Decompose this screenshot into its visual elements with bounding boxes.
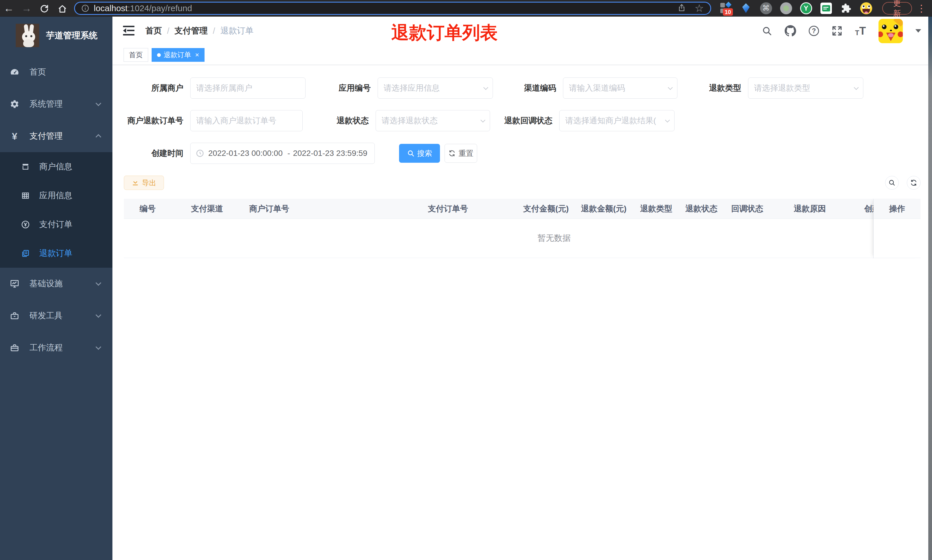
- avatar[interactable]: [878, 19, 903, 43]
- navbar: 首页 / 支付管理 / 退款订单 退款订单列表 ?: [112, 17, 932, 45]
- tab-close-icon[interactable]: ×: [195, 51, 199, 58]
- window-scrollbar[interactable]: [928, 17, 932, 560]
- main-area: 首页 / 支付管理 / 退款订单 退款订单列表 ?: [112, 17, 932, 560]
- extension-command-icon[interactable]: ⌘: [760, 2, 772, 15]
- tab-refund-order[interactable]: 退款订单 ×: [152, 48, 205, 62]
- clock-icon: [196, 149, 204, 158]
- date-end-value[interactable]: 2022-01-23 23:59:59: [293, 149, 369, 158]
- callback-status-select[interactable]: 请选择通知商户退款结果(: [559, 110, 675, 131]
- refund-status-select[interactable]: 请选择退款状态: [375, 110, 490, 131]
- github-icon[interactable]: [785, 25, 796, 37]
- extension-record-icon[interactable]: [780, 2, 792, 15]
- sidebar-item-refund-order[interactable]: 退款订单: [0, 239, 112, 268]
- merchant-input[interactable]: [190, 77, 306, 98]
- fixed-action-column: 操作: [874, 199, 921, 258]
- sidebar-fold-icon[interactable]: [123, 25, 134, 36]
- refresh-icon[interactable]: [907, 176, 921, 189]
- fullscreen-icon[interactable]: [832, 25, 843, 36]
- date-start-value[interactable]: 2022-01-23 00:00:00: [208, 149, 285, 158]
- filter-refund-type: 退款类型 请选择退款类型: [677, 77, 863, 98]
- tab-label: 首页: [129, 50, 143, 60]
- sidebar-item-pay[interactable]: ¥ 支付管理: [0, 120, 112, 152]
- sidebar-menu: 首页 系统管理 ¥ 支付管理 商户信息: [0, 56, 112, 364]
- browser-update-button[interactable]: 更新: [882, 2, 912, 15]
- merchant-refund-no-input[interactable]: [190, 110, 303, 131]
- page-content: 所属商户 应用编号 请选择应用信息 渠道编码 请输入渠道编码: [112, 65, 932, 258]
- document-copy-icon: [21, 249, 30, 258]
- reset-button[interactable]: 重置: [444, 144, 477, 163]
- filter-app: 应用编号 请选择应用信息: [306, 77, 493, 98]
- app-select[interactable]: 请选择应用信息: [378, 77, 493, 98]
- browser-reload-icon[interactable]: [35, 0, 53, 17]
- app-title: 芋道管理系统: [46, 30, 98, 42]
- chevron-up-icon: [95, 134, 101, 140]
- dashboard-icon: [9, 67, 20, 77]
- monitor-chart-icon: [9, 279, 20, 289]
- date-range-picker[interactable]: 2022-01-23 00:00:00 - 2022-01-23 23:59:5…: [190, 143, 375, 164]
- extension-chat-icon[interactable]: [820, 2, 832, 15]
- extensions-puzzle-icon[interactable]: [840, 2, 852, 15]
- filter-label: 退款状态: [303, 115, 375, 126]
- sidebar-item-label: 支付管理: [29, 131, 63, 142]
- sidebar-item-merchant-info[interactable]: 商户信息: [0, 152, 112, 181]
- browser-forward-icon[interactable]: →: [18, 0, 35, 17]
- channel-select[interactable]: 请输入渠道编码: [563, 77, 677, 98]
- font-size-icon[interactable]: TT: [855, 25, 866, 36]
- profile-emoji-icon[interactable]: [860, 2, 872, 15]
- sidebar-logo-row[interactable]: 芋道管理系统: [0, 17, 112, 48]
- bookmark-star-icon[interactable]: ☆: [695, 3, 704, 14]
- sidebar-item-pay-order[interactable]: 支付订单: [0, 210, 112, 239]
- col-pay-amount: 支付金额(元): [512, 199, 569, 218]
- sidebar-item-label: 基础设施: [29, 278, 63, 289]
- browser-menu-icon[interactable]: ⋮: [917, 3, 926, 14]
- table-toolbar: 导出: [124, 175, 921, 190]
- table-empty-row: 暂无数据: [124, 219, 921, 258]
- sidebar-item-label: 商户信息: [39, 161, 72, 172]
- extension-kite-icon[interactable]: [740, 2, 752, 15]
- chevron-down-icon: [668, 85, 673, 90]
- page-title: 退款订单列表: [391, 21, 498, 45]
- search-button[interactable]: 搜索: [399, 144, 440, 163]
- help-icon[interactable]: ?: [809, 26, 819, 36]
- filter-refund-status: 退款状态 请选择退款状态: [303, 110, 490, 131]
- url-text[interactable]: localhost:1024/pay/refund: [94, 3, 192, 13]
- site-info-icon[interactable]: [81, 4, 89, 12]
- sidebar-item-system[interactable]: 系统管理: [0, 88, 112, 120]
- extension-badge-icon[interactable]: 10: [720, 2, 732, 15]
- breadcrumb-home[interactable]: 首页: [145, 25, 162, 37]
- share-icon[interactable]: [677, 3, 686, 13]
- sidebar-item-infra[interactable]: 基础设施: [0, 268, 112, 300]
- filter-merchant-refund-no: 商户退款订单号: [124, 110, 303, 131]
- chevron-down-icon: [483, 85, 488, 90]
- filter-label: 退款回调状态: [490, 115, 559, 126]
- breadcrumb-separator: /: [213, 26, 215, 36]
- col-refund-amount: 退款金额(元): [569, 199, 629, 218]
- filter-label: 渠道编码: [493, 83, 563, 94]
- sidebar-item-app-info[interactable]: 应用信息: [0, 181, 112, 210]
- extension-y-icon[interactable]: Y: [800, 2, 812, 15]
- browser-home-icon[interactable]: [54, 0, 71, 17]
- reset-button-label: 重置: [458, 148, 474, 158]
- refund-type-select[interactable]: 请选择退款类型: [748, 77, 863, 98]
- export-button[interactable]: 导出: [124, 175, 164, 190]
- app-logo: [16, 24, 39, 47]
- filter-merchant: 所属商户: [124, 77, 306, 98]
- sidebar-item-devtools[interactable]: 研发工具: [0, 300, 112, 332]
- filter-label: 创建时间: [124, 148, 190, 159]
- sidebar-item-label: 支付订单: [39, 219, 72, 230]
- col-callback-status: 回调状态: [720, 199, 782, 218]
- avatar-caret-icon[interactable]: [915, 29, 921, 32]
- col-id: 编号: [124, 199, 175, 218]
- tab-home[interactable]: 首页: [124, 48, 148, 62]
- screen: ← → localhost:1024/pay/refund: [0, 0, 932, 560]
- col-action: 操作: [874, 199, 921, 219]
- sidebar-item-home[interactable]: 首页: [0, 56, 112, 88]
- search-icon[interactable]: [762, 26, 772, 36]
- address-bar[interactable]: localhost:1024/pay/refund ☆: [74, 2, 711, 15]
- browser-back-icon[interactable]: ←: [0, 0, 18, 17]
- yen-icon: ¥: [9, 131, 20, 142]
- show-search-icon[interactable]: [885, 176, 899, 189]
- sidebar-item-workflow[interactable]: 工作流程: [0, 332, 112, 364]
- breadcrumb-pay[interactable]: 支付管理: [174, 25, 208, 37]
- filter-label: 应用编号: [306, 83, 378, 94]
